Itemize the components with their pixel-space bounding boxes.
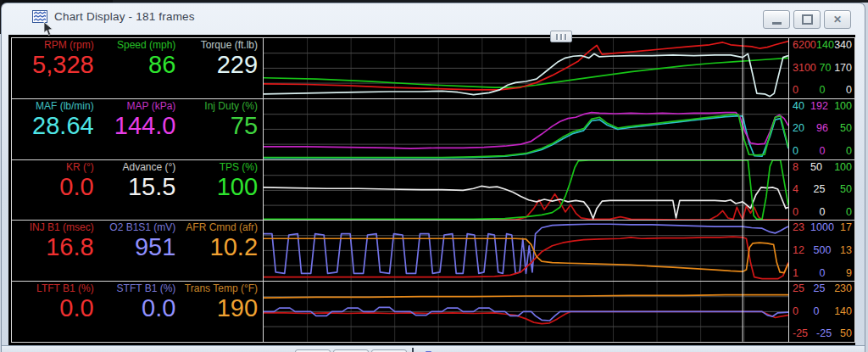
parameter-label: MAP (kPa) bbox=[96, 100, 176, 112]
parameter-value: 15.5 bbox=[96, 173, 176, 200]
chart-canvas bbox=[264, 160, 788, 221]
axis-value: 0 bbox=[814, 306, 820, 317]
axis-value: 25 bbox=[814, 283, 826, 294]
chart-plot[interactable] bbox=[264, 99, 789, 159]
axis-value: 140 bbox=[834, 306, 852, 317]
maximize-button[interactable] bbox=[793, 10, 821, 29]
axis-value: 6200 bbox=[793, 40, 816, 51]
axis-max-values: 2525230 bbox=[793, 283, 852, 294]
axis-value: 340 bbox=[834, 40, 852, 51]
axis-value: 192 bbox=[810, 101, 828, 112]
axis-value: 0 bbox=[793, 207, 798, 218]
parameter-value: 951 bbox=[96, 233, 176, 260]
parameter-value: 16.8 bbox=[14, 233, 94, 260]
chart-plot[interactable] bbox=[264, 38, 789, 98]
parameter: TPS (%) 100 bbox=[177, 161, 258, 221]
axis-min-values: 000 bbox=[793, 207, 852, 218]
window-controls: ✕ bbox=[763, 10, 851, 29]
titlebar[interactable]: Chart Display - 181 frames ✕ bbox=[2, 3, 865, 29]
axis-value: 230 bbox=[834, 283, 852, 294]
parameter: O2 B1S1 (mV) 951 bbox=[96, 221, 176, 281]
chart-canvas bbox=[264, 221, 788, 281]
parameter-label: STFT B1 (%) bbox=[96, 282, 176, 294]
axis-value: 0 bbox=[793, 306, 798, 317]
chart-area: RPM (rpm) 5,328 Speed (mph) 86 Torque (f… bbox=[8, 35, 855, 345]
axis-value: 500 bbox=[814, 245, 832, 256]
axis-max-values: 23100017 bbox=[793, 222, 852, 233]
close-button[interactable]: ✕ bbox=[824, 10, 851, 29]
chart-canvas bbox=[264, 99, 788, 159]
parameter-label: Torque (ft.lb) bbox=[177, 39, 258, 51]
parameter: Inj Duty (%) 75 bbox=[177, 100, 258, 159]
close-icon: ✕ bbox=[833, 14, 842, 25]
parameter-label: KR (°) bbox=[14, 161, 94, 173]
axis-value: 23 bbox=[793, 222, 804, 233]
chart-row: INJ B1 (msec) 16.8 O2 B1S1 (mV) 951 AFR … bbox=[11, 221, 855, 282]
parameter-value: 0.0 bbox=[14, 173, 94, 200]
axis-value: 1000 bbox=[810, 222, 834, 233]
axis-max-values: 850100 bbox=[793, 162, 852, 173]
axis-value: 20 bbox=[793, 123, 804, 134]
parameter: Advance (°) 15.5 bbox=[96, 161, 176, 221]
mouse-cursor bbox=[43, 22, 53, 40]
axis-value: -25 bbox=[816, 328, 832, 339]
chart-canvas bbox=[264, 282, 788, 342]
chart-row: LTFT B1 (%) 0.0 STFT B1 (%) 0.0 Trans Te… bbox=[11, 282, 855, 343]
parameter-label: Advance (°) bbox=[96, 161, 176, 173]
axis-value: 40 bbox=[793, 101, 804, 112]
axis-value: 50 bbox=[810, 162, 822, 173]
axis-value: 50 bbox=[840, 123, 852, 134]
axis-value: 25 bbox=[793, 283, 804, 294]
parameter-value: 0.0 bbox=[14, 294, 94, 321]
axis-value: 140 bbox=[816, 40, 834, 51]
parameter: LTFT B1 (%) 0.0 bbox=[14, 282, 94, 342]
axis-value: 17 bbox=[840, 222, 852, 233]
parameter-label: Inj Duty (%) bbox=[177, 100, 258, 112]
parameter-value: 229 bbox=[177, 51, 258, 78]
parameter: Trans Temp (°F) 190 bbox=[177, 282, 258, 342]
minimize-button[interactable] bbox=[763, 10, 790, 29]
axis-value: 96 bbox=[816, 123, 828, 134]
minimize-icon bbox=[772, 22, 782, 25]
axis-scale-panel: 23100017 1250013 109 bbox=[789, 221, 855, 281]
chart-canvas bbox=[264, 38, 788, 98]
axis-value: 0 bbox=[820, 268, 826, 279]
parameter-label: LTFT B1 (%) bbox=[14, 282, 94, 294]
parameter-label: MAF (lb/min) bbox=[14, 100, 94, 112]
chart-row: MAF (lb/min) 28.64 MAP (kPa) 144.0 Inj D… bbox=[11, 99, 855, 160]
parameter-value: 75 bbox=[177, 112, 258, 139]
axis-value: 25 bbox=[814, 184, 826, 195]
parameter-label: RPM (rpm) bbox=[14, 39, 94, 51]
parameter-readout-panel: KR (°) 0.0 Advance (°) 15.5 TPS (%) 100 bbox=[11, 160, 264, 221]
bottom-tick-mark bbox=[412, 348, 414, 352]
axis-min-values: -25-2550 bbox=[793, 328, 852, 339]
axis-value: 9 bbox=[846, 268, 852, 279]
axis-mid-values: 310070170 bbox=[793, 63, 852, 74]
axis-scale-panel: 6200140340 310070170 000 bbox=[789, 38, 855, 98]
parameter-label: AFR Cmnd (afr) bbox=[177, 221, 258, 233]
parameter: Speed (mph) 86 bbox=[96, 39, 176, 98]
chart-plot[interactable] bbox=[264, 160, 789, 221]
parameter: KR (°) 0.0 bbox=[14, 161, 94, 221]
axis-value: 8 bbox=[793, 162, 798, 173]
parameter-label: O2 B1S1 (mV) bbox=[96, 221, 176, 233]
parameter-label: TPS (%) bbox=[177, 161, 258, 173]
axis-scale-panel: 850100 42550 000 bbox=[789, 160, 855, 221]
axis-mid-values: 209650 bbox=[793, 123, 852, 134]
axis-value: 13 bbox=[840, 245, 852, 256]
screen: Chart Display - 181 frames ✕ RPM (rpm) 5… bbox=[0, 0, 868, 352]
chart-plot[interactable] bbox=[264, 221, 789, 281]
axis-value: -25 bbox=[793, 328, 808, 339]
parameter: RPM (rpm) 5,328 bbox=[14, 39, 94, 98]
parameter: MAF (lb/min) 28.64 bbox=[14, 100, 94, 159]
chart-plot[interactable] bbox=[264, 282, 789, 342]
parameter-label: Speed (mph) bbox=[96, 39, 176, 51]
top-splitter-grip[interactable] bbox=[550, 31, 572, 42]
axis-mid-values: 42550 bbox=[793, 184, 852, 195]
parameter: INJ B1 (msec) 16.8 bbox=[14, 221, 94, 281]
axis-mid-values: 00140 bbox=[793, 306, 852, 317]
axis-value: 50 bbox=[840, 328, 852, 339]
parameter-label: INJ B1 (msec) bbox=[14, 221, 94, 233]
axis-value: 0 bbox=[793, 146, 798, 157]
parameter: AFR Cmnd (afr) 10.2 bbox=[177, 221, 258, 281]
